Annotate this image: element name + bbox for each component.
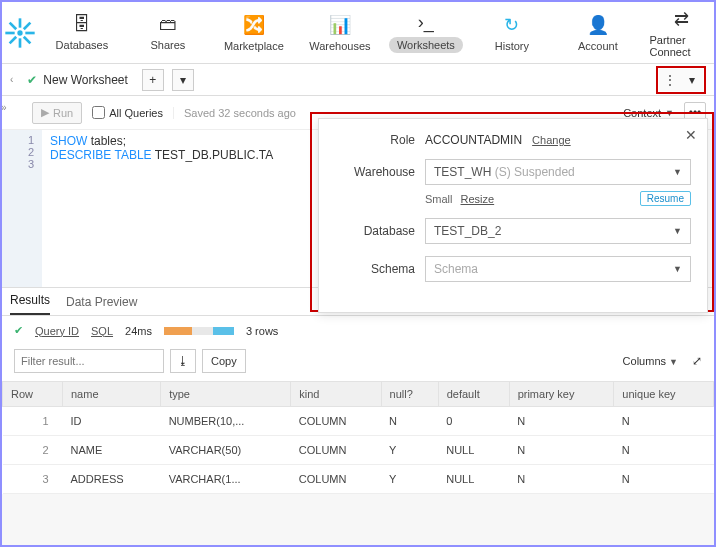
download-icon: ⭳ [177, 354, 189, 368]
svg-rect-7 [9, 21, 17, 29]
history-icon: ↻ [504, 14, 519, 36]
caret-icon: ▼ [665, 108, 674, 118]
warehouses-icon: 📊 [329, 14, 351, 36]
marketplace-icon: 🔀 [243, 14, 265, 36]
saved-status: Saved 32 seconds ago [173, 107, 296, 119]
warehouse-select[interactable]: TEST_WH (S) Suspended ▼ [425, 159, 691, 185]
sql-editor[interactable]: 123 SHOW tables; DESCRIBE TABLE TEST_DB.… [2, 130, 714, 288]
wh-size-text: Small [425, 193, 453, 205]
all-queries-toggle[interactable]: All Queries [92, 106, 163, 119]
time-bar [164, 327, 234, 335]
query-id-link[interactable]: Query ID [35, 325, 79, 337]
database-select[interactable]: TEST_DB_2▼ [425, 218, 691, 244]
nav-account[interactable]: 👤Account [555, 12, 641, 53]
svg-rect-1 [19, 18, 22, 27]
role-label: Role [335, 133, 415, 147]
resume-button[interactable]: Resume [640, 191, 691, 206]
tab-data-preview[interactable]: Data Preview [66, 289, 137, 315]
snowflake-icon [4, 17, 36, 49]
nav-history[interactable]: ↻History [469, 12, 555, 53]
columns-dropdown[interactable]: Columns ▼ [623, 355, 678, 367]
nav-databases[interactable]: 🗄Databases [39, 12, 125, 53]
nav-worksheets[interactable]: ›_Worksheets [383, 12, 469, 53]
account-icon: 👤 [587, 14, 609, 36]
table-header-row: Row name type kind null? default primary… [3, 382, 714, 407]
download-button[interactable]: ⭳ [170, 349, 196, 373]
chevron-down-icon: ▼ [673, 264, 682, 274]
expand-icon[interactable]: ⤢ [692, 354, 702, 368]
warehouse-label: Warehouse [335, 165, 415, 179]
ws-collapse-left[interactable]: ‹ [10, 74, 13, 85]
partner-icon: ⇄ [674, 8, 689, 30]
row-count: 3 rows [246, 325, 278, 337]
query-time: 24ms [125, 325, 152, 337]
shares-icon: 🗃 [159, 14, 177, 35]
sql-link[interactable]: SQL [91, 325, 113, 337]
svg-rect-8 [23, 35, 31, 43]
run-button[interactable]: ▶Run [32, 102, 82, 124]
resize-link[interactable]: Resize [461, 193, 495, 205]
nav-partner-connect[interactable]: ⇄Partner Connect [649, 8, 714, 58]
top-nav: 🗄Databases 🗃Shares 🔀Marketplace 📊Warehou… [2, 2, 714, 64]
worksheet-bar: ‹ ✔ New Worksheet + ▾ ⋮ ▾ [2, 64, 714, 96]
database-label: Database [335, 224, 415, 238]
context-panel: ✕ Role ACCOUNTADMINChange Warehouse TEST… [318, 118, 708, 313]
table-row[interactable]: 3ADDRESSVARCHAR(1...COLUMNYNULLNN [3, 465, 714, 494]
snowflake-logo[interactable] [2, 17, 39, 49]
table-row[interactable]: 2NAMEVARCHAR(50)COLUMNYNULLNN [3, 436, 714, 465]
schema-select[interactable]: Schema▼ [425, 256, 691, 282]
svg-point-0 [18, 30, 23, 35]
database-icon: 🗄 [73, 14, 91, 35]
filter-bar: ⭳ Copy Columns ▼ ⤢ [2, 345, 714, 381]
nav-marketplace[interactable]: 🔀Marketplace [211, 12, 297, 53]
nav-shares[interactable]: 🗃Shares [125, 12, 211, 53]
worksheet-title: New Worksheet [43, 73, 127, 87]
close-icon[interactable]: ✕ [685, 127, 697, 143]
worksheet-tab[interactable]: ✔ New Worksheet [21, 73, 133, 87]
expand-handle[interactable]: » [1, 102, 7, 113]
line-gutter: 123 [2, 130, 42, 287]
svg-rect-2 [19, 38, 22, 47]
table-row[interactable]: 1IDNUMBER(10,...COLUMNN0NN [3, 407, 714, 436]
copy-button[interactable]: Copy [202, 349, 246, 373]
play-icon: ▶ [41, 106, 49, 119]
ws-menu-caret[interactable]: ▾ [681, 69, 703, 91]
query-info: ✔ Query ID SQL 24ms 3 rows [2, 316, 714, 345]
nav-warehouses[interactable]: 📊Warehouses [297, 12, 383, 53]
highlight-box: ⋮ ▾ [656, 66, 706, 94]
worksheet-menu-button[interactable]: ▾ [172, 69, 194, 91]
svg-rect-3 [6, 31, 15, 34]
role-value: ACCOUNTADMIN [425, 133, 522, 147]
add-worksheet-button[interactable]: + [142, 69, 164, 91]
filter-input[interactable] [14, 349, 164, 373]
change-role-link[interactable]: Change [532, 134, 571, 146]
code-area[interactable]: SHOW tables; DESCRIBE TABLE TEST_DB.PUBL… [42, 130, 281, 287]
context-dropdown[interactable]: Context▼ [623, 107, 674, 119]
svg-rect-6 [9, 35, 17, 43]
check-icon: ✔ [27, 73, 37, 87]
schema-label: Schema [335, 262, 415, 276]
tab-results[interactable]: Results [10, 287, 50, 315]
all-queries-checkbox[interactable] [92, 106, 105, 119]
worksheets-icon: ›_ [418, 12, 434, 33]
chevron-down-icon: ▼ [673, 167, 682, 177]
ws-menu-split[interactable]: ⋮ [659, 69, 681, 91]
svg-rect-4 [26, 31, 35, 34]
chevron-down-icon: ▼ [673, 226, 682, 236]
check-icon: ✔ [14, 324, 23, 337]
results-table: Row name type kind null? default primary… [2, 381, 714, 494]
svg-rect-5 [23, 21, 31, 29]
